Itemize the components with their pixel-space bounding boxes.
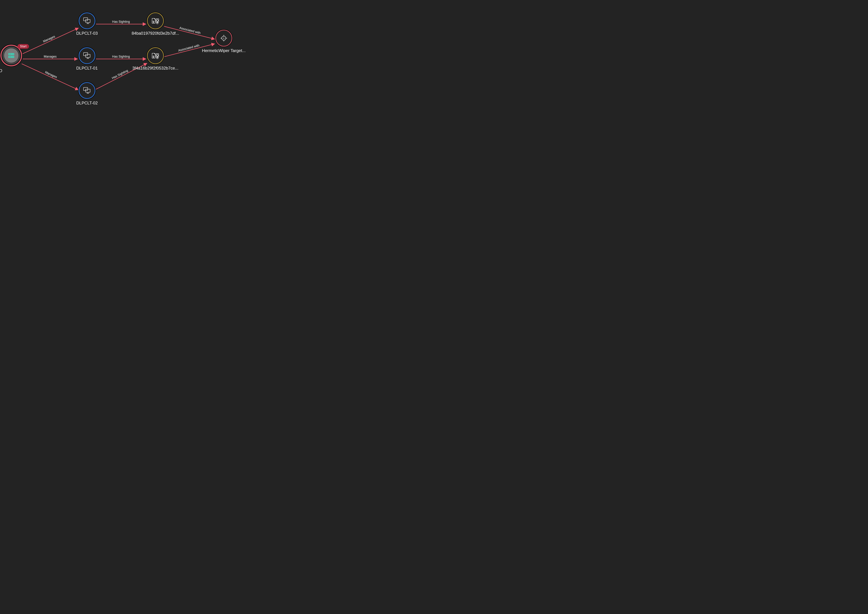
node-target-hermeticwiper[interactable]: HermeticWiper Target... <box>202 30 246 53</box>
server-icon <box>8 53 14 58</box>
svg-rect-34 <box>157 23 158 24</box>
svg-rect-4 <box>11 54 11 54</box>
hosts-icon <box>83 87 91 94</box>
svg-rect-3 <box>10 54 11 54</box>
edge-label: Has Sighting <box>112 55 130 58</box>
edge-label: Manages <box>44 55 57 58</box>
node-host-dlpclt-01[interactable]: DLPCLT-01 <box>76 47 98 71</box>
node-label: 84ba0197920fd3e2b7df... <box>132 31 179 36</box>
indicator-ring <box>147 47 164 64</box>
node-label: DLPCLT-01 <box>76 66 98 71</box>
hosts-icon <box>83 52 91 59</box>
node-epo[interactable]: Start ePO <box>0 45 22 73</box>
target-ring <box>215 30 232 47</box>
svg-point-39 <box>156 54 158 56</box>
node-label: DLPCLT-02 <box>76 101 98 105</box>
node-label: ePO <box>0 68 2 73</box>
svg-point-29 <box>156 20 158 21</box>
svg-rect-44 <box>157 57 158 59</box>
epo-inner-ring <box>3 47 20 64</box>
epo-fill <box>4 48 19 63</box>
file-malware-icon <box>151 17 159 24</box>
crosshair-icon <box>220 34 227 42</box>
graph-canvas[interactable]: ManagesManagesManagesHas SightingHas Sig… <box>0 0 275 121</box>
svg-point-35 <box>153 56 154 57</box>
node-host-dlpclt-03[interactable]: DLPCLT-03 <box>76 12 98 36</box>
edge-label: Associated with <box>179 26 201 35</box>
start-badge: Start <box>17 44 29 49</box>
host-ring <box>79 47 95 64</box>
svg-rect-2 <box>9 54 9 54</box>
hosts-icon <box>83 17 91 24</box>
node-label: DLPCLT-03 <box>76 31 98 36</box>
svg-point-25 <box>153 21 154 22</box>
host-ring <box>79 82 95 99</box>
file-malware-icon <box>151 52 159 59</box>
node-host-dlpclt-02[interactable]: DLPCLT-02 <box>76 82 98 105</box>
edge-label: Has Sighting <box>112 20 130 23</box>
node-label: HermeticWiper Target... <box>202 48 246 53</box>
svg-rect-7 <box>11 57 11 57</box>
svg-rect-5 <box>9 57 9 57</box>
svg-rect-6 <box>10 57 11 57</box>
edge-line <box>22 28 78 54</box>
node-label: 3f4a16b29f2f0532b7ce... <box>132 66 179 71</box>
node-indicator-3f4a[interactable]: 3f4a16b29f2f0532b7ce... <box>132 47 179 71</box>
edge-label: Has Sighting <box>111 69 129 80</box>
edge-line <box>22 64 78 90</box>
edge-label: Manages <box>44 70 58 79</box>
edge-label: Associated with <box>178 43 200 52</box>
indicator-ring <box>147 12 164 29</box>
edge-label: Manages <box>42 35 56 43</box>
svg-point-46 <box>223 38 224 39</box>
node-indicator-84ba[interactable]: 84ba0197920fd3e2b7df... <box>132 12 179 36</box>
host-ring <box>79 12 95 29</box>
